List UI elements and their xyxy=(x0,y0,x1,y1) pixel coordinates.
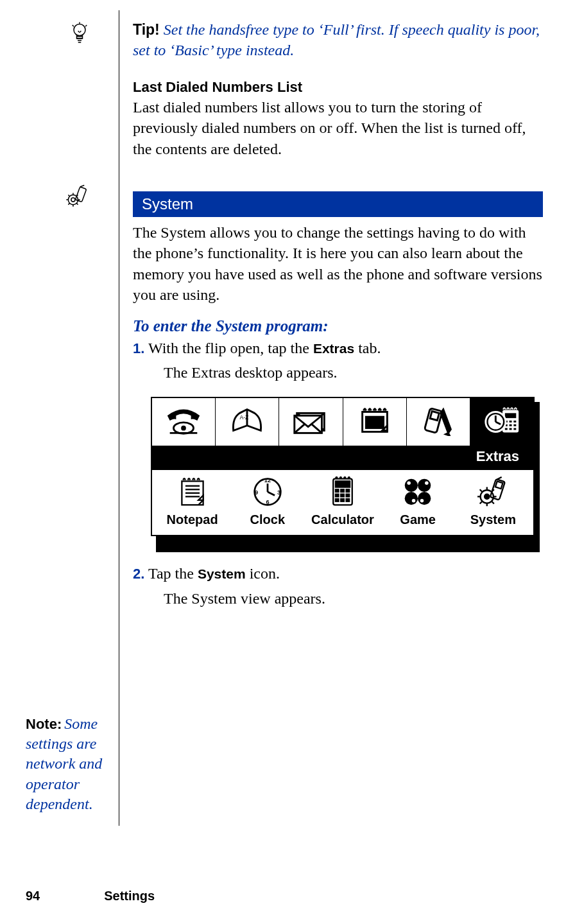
tab-notes[interactable] xyxy=(407,398,470,446)
app-calculator-label: Calculator xyxy=(311,512,374,527)
svg-rect-6 xyxy=(75,187,86,202)
svg-rect-25 xyxy=(505,428,508,430)
tabs-row: A-Z xyxy=(152,398,533,446)
calculator-icon xyxy=(326,476,359,510)
svg-text:9: 9 xyxy=(255,489,258,496)
svg-point-59 xyxy=(405,492,418,505)
svg-rect-47 xyxy=(341,490,344,493)
svg-rect-54 xyxy=(347,499,350,501)
app-calculator[interactable]: Calculator xyxy=(307,476,378,527)
step-1-result: The Extras desktop appears. xyxy=(133,362,543,383)
system-section-banner: System xyxy=(133,191,543,217)
tab-phone[interactable] xyxy=(152,398,216,446)
svg-point-56 xyxy=(408,482,411,485)
svg-rect-14 xyxy=(366,417,383,428)
page-number: 94 xyxy=(26,889,40,903)
step-1: 1. With the flip open, tap the Extras ta… xyxy=(133,338,543,358)
section-name: Settings xyxy=(104,889,155,903)
phone-pen-icon xyxy=(418,405,458,439)
svg-text:A-Z: A-Z xyxy=(240,414,250,421)
svg-rect-48 xyxy=(347,490,350,493)
svg-rect-20 xyxy=(510,421,512,423)
svg-rect-26 xyxy=(510,428,512,430)
app-notepad-label: Notepad xyxy=(167,512,218,527)
clock-icon: 12 3 6 9 xyxy=(251,476,284,510)
svg-rect-66 xyxy=(495,482,503,489)
step-1-number: 1. xyxy=(133,340,144,356)
svg-rect-50 xyxy=(341,494,344,497)
svg-line-2 xyxy=(73,25,74,26)
svg-point-62 xyxy=(420,499,424,503)
svg-rect-52 xyxy=(336,499,339,501)
calendar-icon xyxy=(355,405,395,439)
envelope-icon xyxy=(291,405,330,439)
app-game[interactable]: Game xyxy=(382,476,453,527)
tip-label: Tip! xyxy=(133,21,160,38)
phone-gear-icon xyxy=(65,184,89,211)
tip-block: Tip! Set the handsfree type to ‘Full’ fi… xyxy=(133,19,543,61)
extras-desktop-figure: A-Z xyxy=(151,397,535,536)
app-clock[interactable]: 12 3 6 9 Clock xyxy=(232,476,303,527)
svg-point-61 xyxy=(418,492,431,505)
system-icon xyxy=(476,476,510,510)
tab-extras-active[interactable] xyxy=(470,398,533,446)
svg-text:12: 12 xyxy=(264,478,271,484)
svg-rect-24 xyxy=(513,424,516,426)
system-intro: The System allows you to change the sett… xyxy=(133,222,543,306)
svg-line-3 xyxy=(85,25,87,26)
extras-bar-label: Extras xyxy=(152,446,533,470)
svg-rect-23 xyxy=(510,424,512,426)
svg-rect-51 xyxy=(347,494,350,497)
note-block: Note: Some settings are network and oper… xyxy=(26,714,119,814)
telephone-icon xyxy=(164,405,203,439)
svg-point-9 xyxy=(181,426,186,431)
last-dialed-body: Last dialed numbers list allows you to t… xyxy=(133,97,543,159)
step-2: 2. Tap the System icon. xyxy=(133,563,543,584)
tab-contacts[interactable]: A-Z xyxy=(216,398,279,446)
svg-line-39 xyxy=(268,492,275,496)
tip-text: Set the handsfree type to ‘Full’ first. … xyxy=(133,21,540,58)
app-clock-label: Clock xyxy=(250,512,285,527)
svg-point-57 xyxy=(418,479,431,492)
svg-point-55 xyxy=(405,479,418,492)
procedure-title: To enter the System program: xyxy=(133,317,543,335)
app-game-label: Game xyxy=(400,512,436,527)
tab-calendar[interactable] xyxy=(343,398,407,446)
system-icon-ref: System xyxy=(198,566,246,581)
step-2-number: 2. xyxy=(133,566,144,582)
svg-rect-21 xyxy=(513,421,516,423)
svg-point-64 xyxy=(485,494,489,499)
svg-point-60 xyxy=(412,499,416,503)
extras-tab-ref: Extras xyxy=(313,341,354,356)
last-dialed-heading: Last Dialed Numbers List xyxy=(133,79,543,96)
svg-text:6: 6 xyxy=(266,500,269,506)
svg-rect-49 xyxy=(336,494,339,497)
svg-rect-46 xyxy=(336,490,339,493)
svg-rect-18 xyxy=(505,414,516,419)
step-2-result: The System view appears. xyxy=(133,588,543,609)
app-system-label: System xyxy=(470,512,516,527)
tab-mail[interactable] xyxy=(279,398,343,446)
svg-text:3: 3 xyxy=(277,489,280,496)
svg-rect-16 xyxy=(430,412,439,421)
app-notepad[interactable]: Notepad xyxy=(157,476,228,527)
app-system[interactable]: System xyxy=(458,476,528,527)
lightbulb-icon xyxy=(70,22,89,50)
svg-rect-53 xyxy=(341,499,344,501)
address-book-icon: A-Z xyxy=(227,405,267,439)
svg-point-0 xyxy=(74,24,85,36)
svg-rect-27 xyxy=(513,428,516,430)
svg-point-58 xyxy=(425,482,429,485)
svg-point-5 xyxy=(71,198,75,202)
game-icon xyxy=(401,476,434,510)
clock-calculator-icon xyxy=(482,405,522,439)
note-label: Note: xyxy=(26,716,62,732)
svg-rect-45 xyxy=(336,482,350,487)
page-footer: 94 Settings xyxy=(26,889,155,903)
notepad-icon xyxy=(176,476,209,510)
